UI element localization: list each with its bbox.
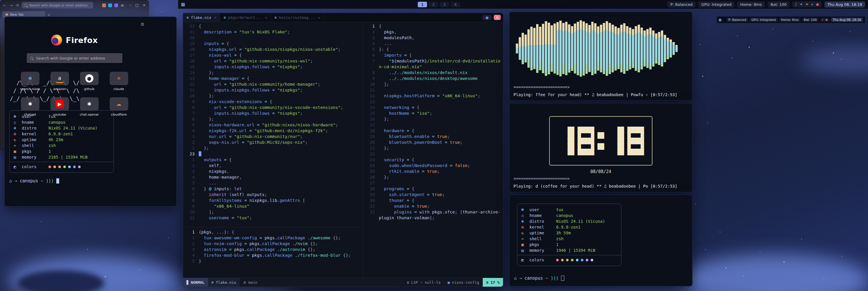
shortcut-tile: ▶ [51, 97, 69, 111]
shortcut-youtube[interactable]: ▶youtube [49, 97, 71, 116]
eye-icon[interactable]: ◉ [483, 15, 491, 20]
tab-favicon [5, 13, 8, 16]
brightness-icon[interactable]: ☀ [805, 2, 809, 6]
shell-prompt[interactable]: ⌂ → canopus ~ ))) [514, 275, 564, 281]
forward-button[interactable]: → [9, 3, 13, 7]
shell-prompt[interactable]: ⌂ → canopus ~ ))) [9, 178, 59, 183]
visualizer-bar [635, 26, 637, 71]
status-pill[interactable]: P: Balanced [726, 18, 748, 22]
status-pill[interactable]: Home: 6ms [779, 18, 800, 22]
line-number: 12 [363, 93, 379, 99]
clock-widget-window[interactable]: ██ █████ ██ █████ ██ █ █ ██ ██ █ █ ██ ██… [509, 103, 692, 192]
editor-tab-flake-nix[interactable]: ❄flake.nix× [183, 13, 220, 22]
line-number: 17 [183, 52, 199, 58]
line-number: 8 [363, 70, 379, 76]
workspace-tag-1[interactable]: 1 [418, 2, 427, 7]
code-line: 20 bluetooth.powerOnBoot = true; [363, 139, 503, 145]
terminal-cursor [561, 275, 564, 281]
visualizer-bar [577, 22, 579, 75]
maximize-button[interactable]: □ [135, 3, 139, 7]
code-line: 8 url = "github:nix-community/nix-vscode… [183, 105, 363, 110]
lsp-segment: ⚙ LSP ~ null-ls [404, 278, 444, 287]
status-pill[interactable]: GPU: Integrated [750, 18, 777, 22]
terminal-color-dots [556, 257, 596, 263]
shortcut-amazon[interactable]: aamazon [49, 72, 71, 91]
status-pill[interactable]: Home: 8ms [737, 1, 765, 7]
close-button[interactable]: × [143, 3, 146, 7]
volume-icon[interactable]: ♪ [795, 2, 797, 6]
reload-button[interactable]: ⟳ [16, 3, 19, 7]
firefox-window[interactable]: ←→⟳ Search with Google or enter address … [0, 0, 149, 150]
code-line: 14 networking = { [363, 105, 503, 110]
code-line: 3 modulesPath, [363, 35, 503, 41]
newtab-search-input[interactable]: Search with Google or enter address [27, 53, 122, 63]
pane-hosts-iso-nix[interactable]: 1{2 pkgs,3 modulesPath,4 ...5}: {6 impor… [363, 22, 503, 278]
fetch-colors-row: ◩colors [521, 257, 617, 263]
tabline-controls: ◉ × [483, 13, 503, 22]
visualizer-bar [539, 27, 541, 70]
code-line: 4 ... [363, 41, 503, 47]
pane-pkgs-default-nix[interactable]: 1{pkgs, ...}: {1 tux-awesome-wm-config =… [183, 227, 363, 278]
code-line: 13 [363, 99, 503, 105]
address-bar[interactable]: Search with Google or enter address [22, 2, 93, 8]
pane-flake-nix[interactable]: 22{21 description = "tux's NixOS Flake";… [183, 22, 363, 227]
neovim-editor[interactable]: ❄flake.nix×❄pkgs/default...×❄hosts/isoIm… [183, 13, 503, 287]
line-number: 13 [363, 99, 379, 105]
line-number: 21 [183, 29, 199, 35]
status-pill[interactable]: Bat: 100 [802, 18, 819, 22]
fetch-label: memory [22, 154, 49, 160]
shortcut-chat.openai[interactable]: ✱chat.openai [78, 97, 100, 116]
editor-tab-hosts-isoImag---[interactable]: ❄hosts/isoImag...× [271, 13, 324, 22]
color-dot [566, 259, 568, 261]
back-button[interactable]: ← [3, 3, 6, 7]
line-number: 12 [183, 81, 199, 87]
volume-icon[interactable]: ♪ [822, 18, 824, 21]
gear-icon[interactable]: ⚙ [141, 22, 145, 27]
editor-statusline: ▊ NORMAL ❄ flake.nix ⋔ main ⚙ LSP ~ null… [183, 278, 503, 287]
fetch-label: pkgs [22, 148, 49, 154]
code-line: 26 }; [363, 174, 503, 180]
code-line: 6 imports = [ [363, 52, 503, 58]
tab-close-icon[interactable]: × [214, 16, 216, 20]
visualizer-bar [615, 26, 617, 70]
status-pill[interactable]: GPU: Integrated [698, 1, 734, 7]
fetch-terminal-right[interactable]: ☻usertux⌂hnamecanopus❄distroNixOS 24.11 … [509, 195, 692, 286]
shortcut-cloudflare[interactable]: ☁cloudflare [108, 97, 130, 116]
tab-close-icon[interactable]: × [318, 16, 320, 20]
code-line: 23 security = { [363, 157, 503, 163]
status-pill[interactable]: Bat: 100 [768, 1, 789, 7]
tab-close-icon[interactable]: × [265, 16, 267, 20]
shortcut-chatgpt[interactable]: ✱chatgpt [19, 97, 41, 116]
extension-icon-purple[interactable] [114, 3, 118, 7]
code-line: 17 [363, 122, 503, 128]
shortcut-claude[interactable]: ✳claude [108, 72, 130, 91]
menu-icon[interactable]: ▦ [178, 2, 188, 7]
network-icon[interactable]: ✦ [800, 2, 803, 6]
line-number: 22 [363, 151, 379, 157]
line-number: 3 [363, 35, 379, 41]
fetch-value: 1946 | 15394 MiB [556, 248, 595, 253]
window-close-button[interactable]: × [494, 15, 501, 20]
workspace-tag-3[interactable]: 3 [440, 2, 449, 7]
line-number: 15 [183, 64, 199, 70]
extension-icon-orange[interactable] [102, 3, 106, 7]
hamburger-menu-icon[interactable]: ≡ [121, 3, 124, 7]
menu-icon[interactable]: ▦ [719, 18, 723, 22]
line-number: 14 [183, 70, 199, 76]
code-line: 7 inputs.nixpkgs.follows = "nixpkgs"; [183, 110, 363, 116]
clock-frame: ██ █████ ██ █████ ██ █ █ ██ ██ █ █ ██ ██… [549, 116, 652, 166]
minimize-button[interactable]: – [130, 3, 131, 7]
workspace-tag-4[interactable]: 4 [451, 2, 460, 7]
workspace-tag-2[interactable]: 2 [429, 2, 438, 7]
fetch-row-hname: ⌂hnamecanopus [521, 212, 617, 219]
power-icon[interactable]: ◉ [816, 2, 819, 6]
code-line: 10 }; [183, 93, 363, 99]
shortcut-search.nixos[interactable]: ❄search.nixos [19, 72, 41, 91]
bluetooth-icon[interactable]: » [811, 2, 813, 6]
shortcut-github[interactable]: ●github [78, 72, 100, 91]
status-pill[interactable]: P: Balanced [668, 1, 695, 7]
extension-icon-teal[interactable] [108, 3, 112, 7]
editor-tab-pkgs-default---[interactable]: ❄pkgs/default...× [220, 13, 271, 22]
power-icon[interactable]: ◉ [825, 18, 828, 21]
audio-visualizer-window[interactable]: ======================> Playing: ffee fo… [509, 11, 692, 101]
